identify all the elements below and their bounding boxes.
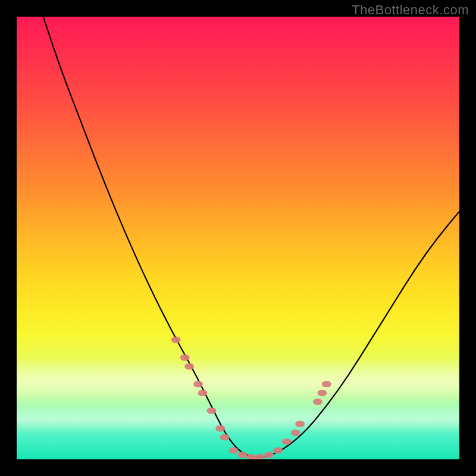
curve-marker: [255, 454, 265, 459]
curve-marker: [215, 425, 225, 431]
curve-marker: [273, 447, 283, 454]
curve-marker: [317, 390, 327, 396]
chart-svg: [17, 17, 459, 459]
curve-marker: [282, 439, 292, 445]
curve-marker: [198, 390, 208, 396]
curve-marker: [184, 363, 194, 369]
curve-layer: [43, 17, 459, 457]
curve-marker: [229, 447, 239, 454]
curve-marker: [220, 434, 230, 440]
curve-marker: [322, 381, 331, 387]
curve-marker: [237, 452, 247, 458]
curve-marker: [264, 452, 274, 458]
watermark-text: TheBottleneck.com: [352, 2, 469, 18]
curve-marker: [171, 337, 181, 343]
curve-marker: [206, 408, 216, 414]
curve-marker: [313, 399, 322, 405]
curve-marker: [193, 381, 203, 387]
marker-layer: [171, 337, 331, 459]
curve-marker: [291, 430, 300, 436]
chart-frame: TheBottleneck.com: [0, 0, 476, 476]
curve-marker: [180, 354, 190, 361]
curve-marker: [295, 421, 305, 427]
plot-area: [17, 17, 459, 459]
bottleneck-curve: [43, 17, 459, 457]
